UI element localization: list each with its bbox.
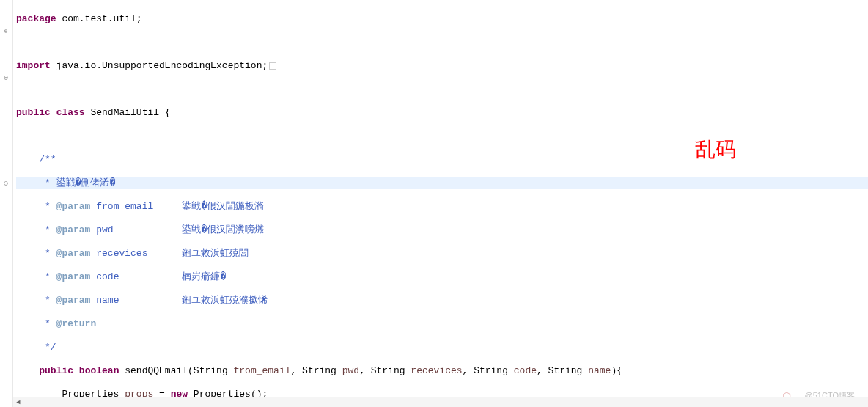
horizontal-scrollbar[interactable]: ◄: [13, 397, 868, 407]
javadoc-tag: @param: [56, 295, 91, 306]
javadoc-param: recevices: [90, 248, 147, 259]
param: recevices: [411, 365, 462, 376]
code-content[interactable]: package com.test.util; import java.io.Un…: [13, 0, 868, 407]
javadoc-tag: @param: [56, 248, 91, 259]
javadoc-desc: 鎺ユ敹浜虹殑濮撳悕: [119, 295, 268, 306]
javadoc-start: /**: [16, 154, 56, 165]
editor-gutter: ⊕ ⊖ ⊖: [0, 0, 13, 407]
package-text: com.test.util;: [56, 13, 142, 24]
javadoc-desc: 鍙戦�侀偖浠�: [56, 177, 116, 188]
code-editor: ⊕ ⊖ ⊖ package com.test.util; import java…: [0, 0, 868, 407]
fold-icon[interactable]: ⊖: [0, 177, 12, 189]
import-collapse-icon[interactable]: ⊕: [0, 25, 12, 37]
param: from_email: [233, 365, 290, 376]
javadoc-end: */: [16, 342, 56, 353]
keyword: public: [16, 107, 51, 118]
javadoc-param: pwd: [90, 224, 113, 235]
param: name: [588, 365, 611, 376]
class-name: SendMailUtil {: [85, 107, 171, 118]
keyword: boolean: [79, 365, 119, 376]
javadoc-desc: 楠岃瘉鐮�: [119, 271, 226, 282]
fold-icon[interactable]: ⊖: [0, 72, 12, 84]
keyword: public: [39, 365, 73, 376]
javadoc-desc: 鎺ユ敹浜虹殑閭: [147, 248, 249, 259]
javadoc-tag: @param: [56, 201, 91, 212]
javadoc-desc: 鍙戦�佷汉閭瀵嗙爜: [114, 224, 264, 235]
javadoc-tag: @return: [56, 318, 97, 329]
param: code: [514, 365, 537, 376]
collapse-indicator[interactable]: [269, 62, 276, 70]
keyword: import: [16, 60, 51, 71]
keyword: package: [16, 13, 56, 24]
javadoc-param: code: [90, 271, 119, 282]
keyword: class: [56, 107, 85, 118]
method-name: sendQQEmail(String: [119, 365, 233, 376]
javadoc-param: name: [90, 295, 119, 306]
import-text: java.io.UnsupportedEncodingException;: [51, 60, 268, 71]
javadoc-desc: 鍙戦�佷汉閭鍦板潃: [153, 201, 264, 212]
javadoc-tag: @param: [56, 224, 91, 235]
javadoc-param: from_email: [90, 201, 153, 212]
javadoc-tag: @param: [56, 271, 91, 282]
param: pwd: [342, 365, 359, 376]
javadoc-line: *: [16, 177, 56, 188]
scroll-left-icon[interactable]: ◄: [13, 397, 23, 407]
